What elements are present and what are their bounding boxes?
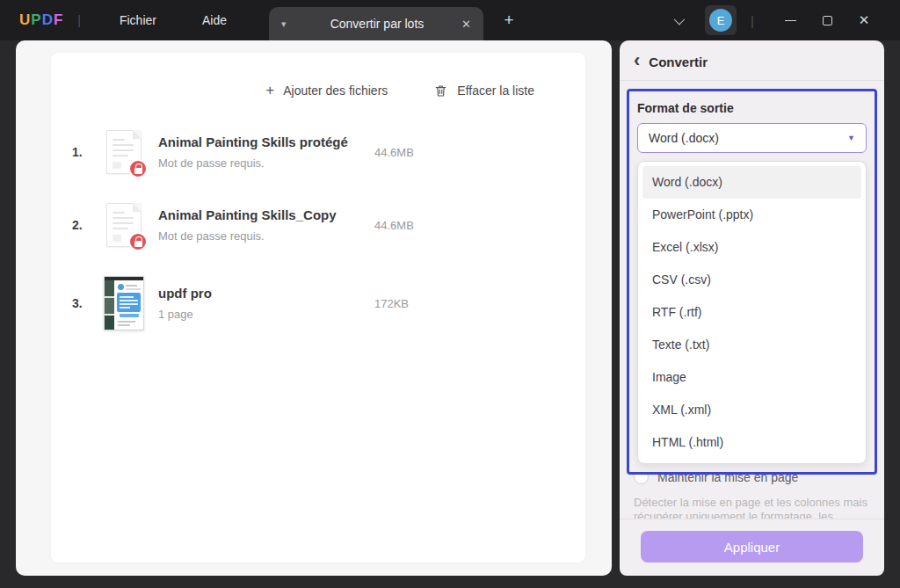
select-caret-icon: ▼ [847,134,855,142]
page-thumbnail [104,276,144,330]
menu-help[interactable]: Aide [179,0,250,40]
back-icon[interactable]: ‹ [634,54,640,68]
format-option-texte[interactable]: Texte (.txt) [642,329,861,361]
maximize-button[interactable] [809,0,846,40]
format-option-word[interactable]: Word (.docx) [642,166,861,199]
trash-icon [433,83,448,98]
titlebar-divider: | [77,13,81,27]
chevron-down-icon[interactable] [674,13,686,25]
format-select[interactable]: Word (.docx) ▼ [637,123,867,153]
panel-header: ‹ Convertir [620,40,884,80]
description-line: Détecter la mise en page et les colonnes… [634,496,870,510]
tab-convert-batch[interactable]: ▾ Convertir par lots ✕ [269,7,483,40]
format-selected-value: Word (.docx) [649,131,847,145]
app-window: UPDF | Fichier Aide ▾ Convertir par lots… [0,0,900,588]
file-name: Animal Painting Skills_Copy [158,207,374,222]
plus-icon: + [265,82,274,99]
file-size: 44.6MB [374,146,414,159]
file-index: 2. [72,218,104,232]
format-option-html[interactable]: HTML (.html) [642,426,861,459]
add-files-label: Ajouter des fichiers [283,83,388,98]
format-option-rtf[interactable]: RTF (.rtf) [642,296,861,329]
format-option-powerpoint[interactable]: PowerPoint (.pptx) [642,199,861,231]
description-line: récupérer uniquement le formatage, les g… [634,510,870,519]
file-row[interactable]: 3. [72,276,559,330]
logo-letter: P [31,11,41,29]
maximize-icon [823,16,832,25]
format-option-excel[interactable]: Excel (.xlsx) [642,231,861,264]
file-note: 1 page [158,308,374,321]
file-note: Mot de passe requis. [158,229,374,243]
file-row[interactable]: 1. Animal Painting Skill [72,130,559,174]
file-index: 1. [72,145,104,159]
content: + Ajouter des fichiers Effacer la liste … [0,40,900,588]
format-description: Détecter la mise en page et les colonnes… [620,496,884,519]
output-format-label: Format de sortie [637,101,867,115]
panel-title: Convertir [649,54,708,69]
close-button[interactable]: ✕ [846,0,882,40]
tab-dropdown-icon[interactable]: ▾ [281,18,301,30]
divider [620,80,884,81]
updf-logo: UPDF [19,11,63,29]
list-actions: + Ajouter des fichiers Effacer la liste [72,77,559,104]
file-index: 3. [72,296,104,310]
tab-close-icon[interactable]: ✕ [454,18,471,31]
file-name: Animal Painting Skills protégé [158,134,374,149]
lock-icon [128,232,148,251]
logo-letter: U [19,11,31,29]
tab-label: Convertir par lots [301,17,454,31]
menu-file[interactable]: Fichier [97,0,179,40]
panel-footer: Appliquer [620,519,884,576]
close-icon: ✕ [859,12,870,28]
lock-icon [128,159,148,178]
titlebar-divider: | [751,13,754,28]
document-icon [106,130,142,174]
file-note: Mot de passe requis. [158,156,374,170]
clear-list-button[interactable]: Effacer la liste [433,83,534,98]
format-option-xml[interactable]: XML (.xml) [642,394,861,426]
file-size: 172KB [374,297,409,310]
logo-letter: F [54,11,63,29]
main-area: + Ajouter des fichiers Effacer la liste … [16,40,612,576]
file-name: updf pro [158,286,374,301]
minimize-button[interactable] [772,0,809,40]
convert-panel: ‹ Convertir Format de sortie Word (.docx… [620,40,884,576]
apply-button[interactable]: Appliquer [641,531,863,563]
file-row[interactable]: 2. Animal Painting Skill [72,203,559,247]
logo-letter: D [42,11,54,29]
document-icon [106,203,142,247]
new-tab-button[interactable]: + [497,11,520,30]
file-list-panel: + Ajouter des fichiers Effacer la liste … [51,53,585,563]
minimize-icon [785,20,796,21]
file-size: 44.6MB [374,219,414,232]
add-files-button[interactable]: + Ajouter des fichiers [265,82,388,99]
format-option-image[interactable]: Image [642,361,861,394]
format-highlight-box: Format de sortie Word (.docx) ▼ Word (.d… [627,89,877,475]
format-option-csv[interactable]: CSV (.csv) [642,264,861,296]
titlebar-right: E | ✕ [674,0,900,40]
account-button[interactable]: E [705,5,737,35]
format-options-list: Word (.docx) PowerPoint (.pptx) Excel (.… [637,161,867,464]
avatar: E [709,9,732,32]
titlebar: UPDF | Fichier Aide ▾ Convertir par lots… [0,0,900,40]
clear-list-label: Effacer la liste [457,83,534,98]
